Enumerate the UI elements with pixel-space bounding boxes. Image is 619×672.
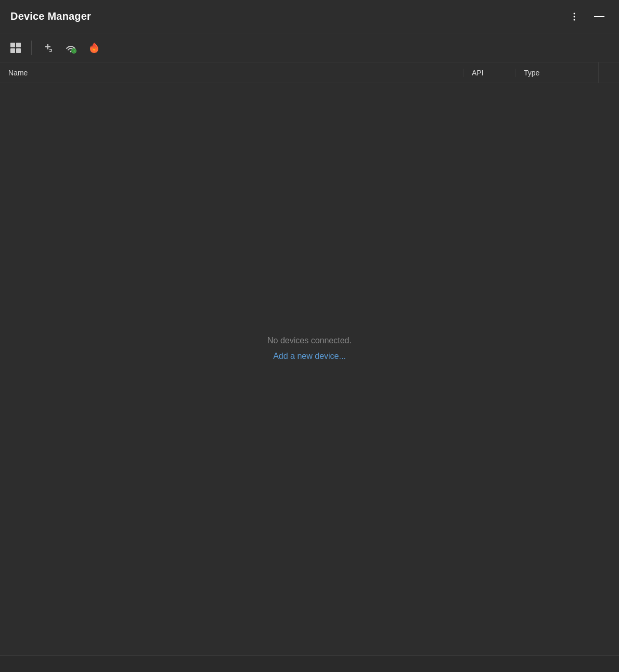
- add-device-icon: [42, 42, 54, 54]
- empty-state: No devices connected. Add a new device..…: [0, 83, 619, 655]
- add-device-button[interactable]: [38, 39, 58, 57]
- column-header-name: Name: [0, 69, 463, 77]
- main-content: No devices connected. Add a new device..…: [0, 83, 619, 655]
- empty-state-message: No devices connected.: [267, 336, 352, 345]
- svg-point-10: [73, 50, 74, 51]
- network-scan-button[interactable]: [60, 38, 82, 58]
- bottom-bar: [0, 655, 619, 672]
- flame-icon: [88, 42, 100, 54]
- minimize-button[interactable]: [590, 14, 609, 20]
- table-header: Name API Type: [0, 62, 619, 83]
- minimize-icon: [594, 16, 604, 18]
- toolbar-divider: [31, 41, 32, 55]
- column-header-api: API: [463, 69, 515, 77]
- svg-point-1: [574, 16, 575, 17]
- title-bar: Device Manager: [0, 0, 619, 33]
- toolbar: [0, 33, 619, 62]
- title-bar-left: Device Manager: [10, 10, 91, 22]
- wifi-badge-icon: [64, 41, 78, 55]
- title-bar-right: [567, 9, 609, 24]
- grid-icon: [10, 43, 21, 53]
- svg-point-0: [574, 12, 575, 14]
- column-header-extra: [598, 62, 619, 83]
- column-header-type: Type: [515, 69, 598, 77]
- grid-view-button[interactable]: [6, 40, 25, 56]
- more-icon: [569, 11, 579, 22]
- firebase-button[interactable]: [84, 38, 105, 57]
- more-menu-button[interactable]: [567, 9, 582, 24]
- svg-point-2: [574, 19, 575, 20]
- add-new-device-link[interactable]: Add a new device...: [273, 352, 346, 361]
- app-title: Device Manager: [10, 10, 91, 22]
